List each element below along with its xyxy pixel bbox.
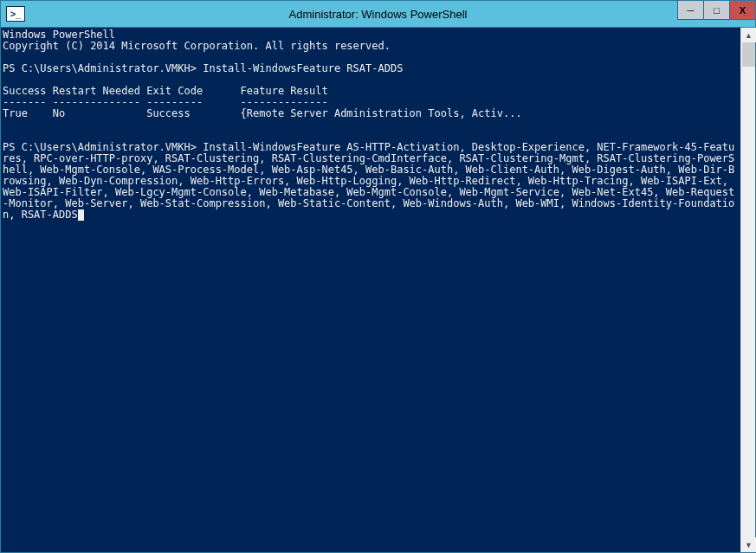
scroll-down-arrow[interactable]: ▼ (741, 537, 756, 552)
line (3, 51, 9, 63)
titlebar[interactable]: >_ Administrator: Windows PowerShell ─ □… (1, 1, 755, 27)
maximize-button[interactable]: □ (703, 1, 729, 20)
minimize-button[interactable]: ─ (677, 1, 703, 20)
close-button[interactable]: X (729, 1, 755, 20)
line (3, 119, 9, 131)
line: Windows PowerShell (3, 29, 115, 41)
window-controls: ─ □ X (677, 1, 755, 20)
table-header: Success Restart Needed Exit Code Feature… (3, 85, 328, 97)
powershell-icon: >_ (6, 6, 25, 22)
scroll-up-arrow[interactable]: ▲ (741, 28, 756, 42)
cursor (78, 209, 84, 221)
window-title: Administrator: Windows PowerShell (289, 8, 468, 21)
line (3, 130, 9, 142)
table-divider: ------- -------------- --------- -------… (3, 96, 328, 108)
powershell-window: >_ Administrator: Windows PowerShell ─ □… (0, 0, 756, 553)
line: Copyright (C) 2014 Microsoft Corporation… (3, 40, 391, 52)
vertical-scrollbar[interactable]: ▲ ▼ (740, 28, 755, 552)
console-area: Windows PowerShell Copyright (C) 2014 Mi… (1, 27, 755, 552)
scroll-thumb[interactable] (742, 42, 755, 67)
console-output[interactable]: Windows PowerShell Copyright (C) 2014 Mi… (1, 28, 740, 552)
prompt-line: PS C:\Users\Administrator.VMKH> Install-… (3, 62, 403, 74)
prompt-line: PS C:\Users\Administrator.VMKH> Install-… (3, 141, 734, 221)
line (3, 74, 9, 86)
table-row: True No Success {Remote Server Administr… (3, 107, 522, 119)
